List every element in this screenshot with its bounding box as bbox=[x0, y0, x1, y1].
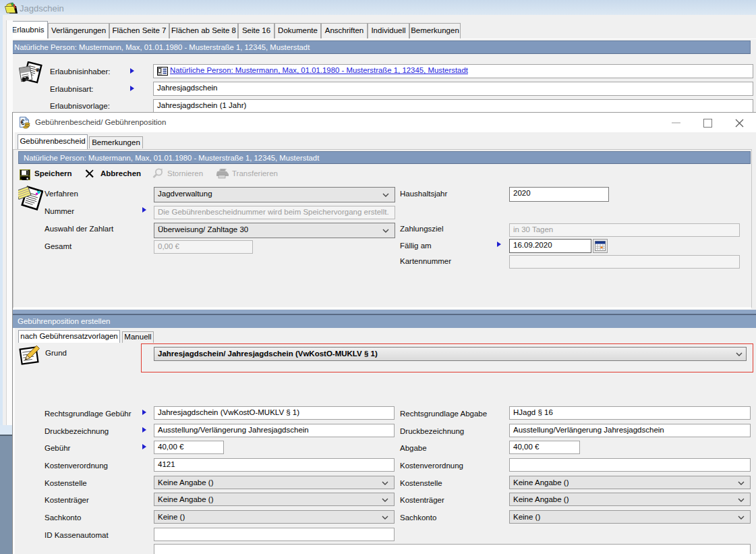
svg-text:€: € bbox=[21, 119, 25, 126]
